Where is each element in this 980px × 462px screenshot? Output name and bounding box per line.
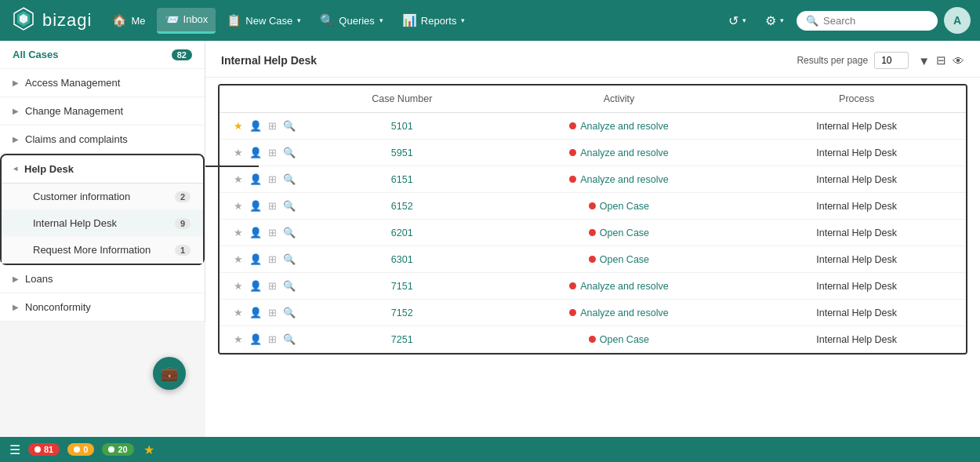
avatar[interactable]: A	[944, 7, 971, 34]
flow-icon[interactable]: ⊞	[267, 199, 278, 213]
flow-icon[interactable]: ⊞	[267, 146, 278, 159]
star-icon[interactable]: ★	[232, 119, 245, 133]
nav-me[interactable]: 🏠 Me	[104, 9, 153, 32]
case-number-value[interactable]: 5101	[391, 121, 413, 132]
process-cell: Internal Help Desk	[747, 193, 966, 220]
user-icon[interactable]: 👤	[248, 173, 263, 186]
case-number-value[interactable]: 7151	[391, 281, 413, 292]
case-number-value[interactable]: 7152	[391, 307, 413, 318]
star-icon[interactable]: ★	[232, 279, 245, 293]
eye-icon[interactable]: 👁	[953, 54, 964, 67]
sidebar-subitem-request-info[interactable]: Request More Information 1	[2, 237, 203, 264]
star-icon[interactable]: ★	[232, 199, 245, 213]
col-activity: Activity	[491, 85, 748, 113]
sidebar-item-loans[interactable]: ▶ Loans	[0, 265, 205, 293]
fab-button[interactable]: 💼	[153, 357, 186, 390]
case-number-value[interactable]: 5951	[391, 147, 413, 158]
chevron-down-icon: ▾	[780, 16, 784, 24]
case-number-cell: 6152	[314, 193, 491, 220]
case-number-value[interactable]: 7251	[391, 334, 413, 345]
status-dot	[569, 176, 576, 183]
flow-icon[interactable]: ⊞	[267, 333, 278, 346]
search-icon[interactable]: 🔍	[281, 333, 297, 346]
activity-link[interactable]: Analyze and resolve	[580, 174, 669, 185]
search-icon[interactable]: 🔍	[281, 173, 297, 186]
reports-icon: 📊	[402, 13, 417, 27]
logo[interactable]: bizagi	[9, 6, 92, 35]
star-icon[interactable]: ★	[232, 146, 245, 159]
sidebar-item-claims[interactable]: ▶ Claims and complaints	[0, 126, 205, 154]
activity-link[interactable]: Open Case	[600, 334, 649, 345]
star-icon[interactable]: ★	[232, 253, 245, 266]
sidebar-item-access-management[interactable]: ▶ Access Management	[0, 69, 205, 97]
process-cell: Internal Help Desk	[747, 300, 966, 326]
search-bar[interactable]: 🔍	[797, 11, 938, 31]
activity-link[interactable]: Open Case	[600, 201, 649, 212]
nav-queries[interactable]: 🔍 Queries ▾	[312, 9, 391, 32]
sidebar-access-left: ▶ Access Management	[13, 77, 120, 89]
search-icon[interactable]: 🔍	[281, 253, 297, 266]
flow-icon[interactable]: ⊞	[267, 119, 278, 133]
star-icon[interactable]: ★	[232, 333, 245, 346]
nav-reports[interactable]: 📊 Reports ▾	[394, 9, 474, 32]
filter-icon[interactable]: ▼	[918, 54, 930, 67]
chevron-down-icon: ▾	[461, 16, 465, 24]
clock-icon: ↺	[728, 13, 739, 28]
sidebar-item-nonconformity[interactable]: ▶ Nonconformity	[0, 293, 205, 322]
results-per-page-select[interactable]: 10 25 50	[874, 52, 909, 69]
activity-link[interactable]: Open Case	[600, 254, 649, 265]
flow-icon[interactable]: ⊞	[267, 279, 278, 293]
sidebar-item-all-cases[interactable]: All Cases 82	[0, 41, 205, 69]
user-icon[interactable]: 👤	[248, 333, 263, 346]
user-icon[interactable]: 👤	[248, 226, 263, 239]
bottom-bar: ☰ 81 0 20 ★	[0, 437, 980, 462]
nav-new-case[interactable]: 📋 New Case ▾	[219, 9, 309, 32]
case-number-value[interactable]: 6151	[391, 174, 413, 185]
star-icon[interactable]: ★	[232, 226, 245, 239]
filter-funnel-icon[interactable]: ⊟	[936, 53, 946, 67]
menu-icon[interactable]: ☰	[9, 442, 20, 457]
nav-inbox[interactable]: 📨 Inbox	[157, 8, 216, 34]
search-icon[interactable]: 🔍	[281, 199, 297, 213]
case-number-value[interactable]: 6201	[391, 227, 413, 238]
sidebar-subitem-customer-info[interactable]: Customer information 2	[2, 184, 203, 210]
cases-table: Case Number Activity Process ★ 👤 ⊞ 🔍 510…	[220, 85, 966, 353]
flow-icon[interactable]: ⊞	[267, 226, 278, 239]
search-icon[interactable]: 🔍	[281, 226, 297, 239]
activity-link[interactable]: Open Case	[600, 227, 649, 238]
chevron-down-icon: ▾	[297, 16, 301, 24]
user-icon[interactable]: 👤	[248, 279, 263, 293]
flow-icon[interactable]: ⊞	[267, 253, 278, 266]
flow-icon[interactable]: ⊞	[267, 173, 278, 186]
star-icon[interactable]: ★	[232, 306, 245, 319]
sidebar-item-change-management[interactable]: ▶ Change Management	[0, 97, 205, 126]
row-actions: ★ 👤 ⊞ 🔍	[232, 306, 301, 319]
search-icon[interactable]: 🔍	[281, 119, 297, 133]
activity-link[interactable]: Analyze and resolve	[580, 281, 669, 292]
search-icon[interactable]: 🔍	[281, 146, 297, 159]
case-number-value[interactable]: 6301	[391, 254, 413, 265]
search-icon[interactable]: 🔍	[281, 306, 297, 319]
star-icon[interactable]: ★	[143, 442, 154, 457]
sidebar-item-helpdesk[interactable]: ▾ Help Desk	[2, 155, 203, 184]
user-icon[interactable]: 👤	[248, 146, 263, 159]
user-icon[interactable]: 👤	[248, 119, 263, 133]
sidebar-group-helpdesk: ▾ Help Desk Customer information 2 Inter…	[0, 154, 205, 265]
user-icon[interactable]: 👤	[248, 199, 263, 213]
search-input[interactable]	[823, 15, 925, 27]
sidebar-subitem-internal-helpdesk[interactable]: Internal Help Desk 9	[2, 210, 203, 237]
activity-link[interactable]: Analyze and resolve	[580, 307, 669, 318]
user-icon[interactable]: 👤	[248, 306, 263, 319]
activity-link[interactable]: Analyze and resolve	[580, 147, 669, 158]
activity-link[interactable]: Analyze and resolve	[580, 121, 669, 132]
case-number-value[interactable]: 6152	[391, 201, 413, 212]
activity-cell: Open Case	[491, 220, 748, 246]
settings-button[interactable]: ⚙ ▾	[759, 9, 790, 33]
flow-icon[interactable]: ⊞	[267, 306, 278, 319]
clock-button[interactable]: ↺ ▾	[722, 9, 753, 33]
search-icon[interactable]: 🔍	[281, 279, 297, 293]
chevron-right-icon: ▶	[13, 135, 19, 144]
user-icon[interactable]: 👤	[248, 253, 263, 266]
table-row: ★ 👤 ⊞ 🔍 7251 Open Case Internal Help Des…	[220, 326, 966, 353]
star-icon[interactable]: ★	[232, 173, 245, 186]
